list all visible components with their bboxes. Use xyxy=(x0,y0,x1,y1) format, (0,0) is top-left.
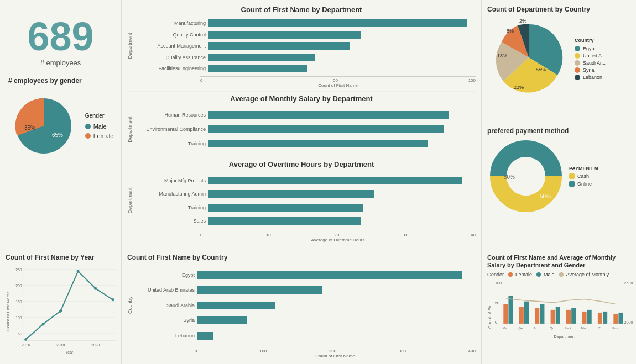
syria-dot xyxy=(575,67,580,73)
payment-legend: PAYMENT M Cash Online xyxy=(569,166,598,187)
online-label: Online xyxy=(577,181,592,187)
salary-y-label: Department xyxy=(127,105,134,154)
tick: 200 xyxy=(329,349,336,354)
employee-count: 689 xyxy=(6,17,116,56)
bar-fill xyxy=(208,140,428,147)
tick: 100 xyxy=(468,78,476,83)
united-label: United A... xyxy=(583,53,606,59)
legend-female: Female xyxy=(85,133,114,139)
bar-fill xyxy=(197,302,275,309)
right-panel: Count of Department by Country 55% 23% xyxy=(481,0,636,249)
country-bar-inner: Country Egypt United Arab Emirates xyxy=(127,263,476,347)
lebanon-label: Lebanon xyxy=(583,75,602,80)
bar-fill xyxy=(197,286,322,294)
svg-text:50%: 50% xyxy=(504,174,515,180)
tick: 30 xyxy=(403,233,408,238)
female-combined-label: Female xyxy=(515,272,532,277)
bar-label: Saudi Arabia xyxy=(134,303,195,308)
svg-text:100: 100 xyxy=(495,281,502,286)
combined-legend: Gender Female Male Average of Monthly ..… xyxy=(487,272,630,277)
bar-track xyxy=(208,217,476,225)
x-ticks: 0 50 100 xyxy=(200,76,476,83)
svg-text:Ma...: Ma... xyxy=(581,326,589,330)
egypt-label: Egypt xyxy=(583,46,596,51)
svg-rect-49 xyxy=(571,308,576,323)
combined-svg: 100 50 0 2500 2000 xyxy=(492,279,633,352)
bar-label: Manufacturing Admin xyxy=(134,191,206,197)
bar-label: Lebanon xyxy=(134,333,195,339)
gender-section-title: # employees by gender xyxy=(8,77,116,85)
overtime-section: Average of Overtime Hours by Department … xyxy=(127,157,476,246)
svg-text:Faci...: Faci... xyxy=(565,326,574,330)
bar-track xyxy=(208,190,476,198)
bar-label: Environmental Compliance xyxy=(134,126,206,132)
tick: 10 xyxy=(266,233,271,238)
overtime-x-title: Average of Overtime Hours xyxy=(200,238,476,242)
svg-rect-47 xyxy=(556,307,560,323)
svg-text:65%: 65% xyxy=(52,132,63,138)
bar-fill xyxy=(197,316,247,324)
svg-text:50: 50 xyxy=(18,331,22,336)
svg-text:200: 200 xyxy=(15,283,22,288)
dashboard: 689 # employees # employees by gender 35… xyxy=(0,0,636,364)
svg-text:2020: 2020 xyxy=(91,342,100,347)
bar-row: United Arab Emirates xyxy=(134,286,476,294)
male-dot-combined xyxy=(536,272,541,277)
combined-chart-inner: Count of Fir... 100 50 0 2500 2000 xyxy=(487,279,630,352)
bar-track xyxy=(197,332,476,340)
tick: 0 xyxy=(200,78,202,83)
overtime-y-label: Department xyxy=(127,171,134,231)
svg-point-29 xyxy=(112,298,114,301)
bar-row: Lebanon xyxy=(134,332,476,340)
country-pie-svg: 55% 23% 13% 8% 2% xyxy=(487,16,570,102)
svg-text:Qu...: Qu... xyxy=(550,326,557,330)
svg-text:55%: 55% xyxy=(536,67,546,72)
lebanon-dot xyxy=(575,75,580,80)
country-bar-container: Country Egypt United Arab Emirates xyxy=(127,263,476,358)
bar-label: Training xyxy=(134,141,206,146)
payment-donut-svg: 50% 50% xyxy=(487,138,565,215)
legend-cash: Cash xyxy=(569,173,598,179)
bar-track xyxy=(208,31,476,39)
tick: 20 xyxy=(334,233,339,238)
country-legend: Country Egypt United A... Saudi Ar... xyxy=(575,38,606,80)
country-y-label: Country xyxy=(127,263,134,347)
male-dot xyxy=(85,124,91,129)
country-bars: Egypt United Arab Emirates Saudi Arabia xyxy=(134,263,476,347)
svg-point-27 xyxy=(77,270,80,272)
salary-title: Average of Monthly Salary by Department xyxy=(127,94,476,103)
payment-section: prefered payment method 50% 50% PAYMENT … xyxy=(487,127,630,243)
bar-row: Environmental Compliance xyxy=(134,125,476,133)
salary-combined-label: Average of Monthly ... xyxy=(566,272,614,277)
combined-y-label: Count of Fir... xyxy=(487,279,492,352)
svg-rect-44 xyxy=(535,308,539,323)
bar-label: Egypt xyxy=(134,272,195,278)
svg-text:2000: 2000 xyxy=(624,320,633,325)
legend-united: United A... xyxy=(575,53,606,59)
svg-text:100: 100 xyxy=(15,315,22,320)
bar-row: Facilities/Engineering xyxy=(134,65,476,72)
legend-saudi: Saudi Ar... xyxy=(575,60,606,66)
svg-rect-46 xyxy=(551,309,555,323)
legend-female-combined: Female xyxy=(508,272,532,277)
gender-legend: Gender Male Female xyxy=(85,113,114,139)
svg-rect-51 xyxy=(587,309,592,323)
bar-fill xyxy=(208,177,462,184)
gender-legend-title: Gender xyxy=(85,113,114,119)
year-chart-container: Count of First Name 250 200 150 100 50 xyxy=(6,263,116,358)
svg-text:Ma...: Ma... xyxy=(503,326,510,330)
svg-rect-42 xyxy=(519,307,524,323)
bar-label: United Arab Emirates xyxy=(134,287,195,293)
year-chart-section: Count of First Name by Year Count of Fir… xyxy=(0,249,122,364)
svg-text:35%: 35% xyxy=(24,125,35,131)
bar-track xyxy=(197,316,476,324)
svg-rect-40 xyxy=(503,304,508,324)
country-bar-title: Count of First Name by Country xyxy=(127,254,476,261)
country-pie-section: Count of Department by Country 55% 23% xyxy=(487,6,630,122)
bar-row: Sales xyxy=(134,217,476,225)
male-label: Male xyxy=(93,123,107,130)
gender-chart: 35% 65% Gender Male Female xyxy=(6,90,116,162)
payment-title: prefered payment method xyxy=(487,127,630,135)
bar-fill xyxy=(208,125,444,133)
bar-row: Training xyxy=(134,204,476,212)
